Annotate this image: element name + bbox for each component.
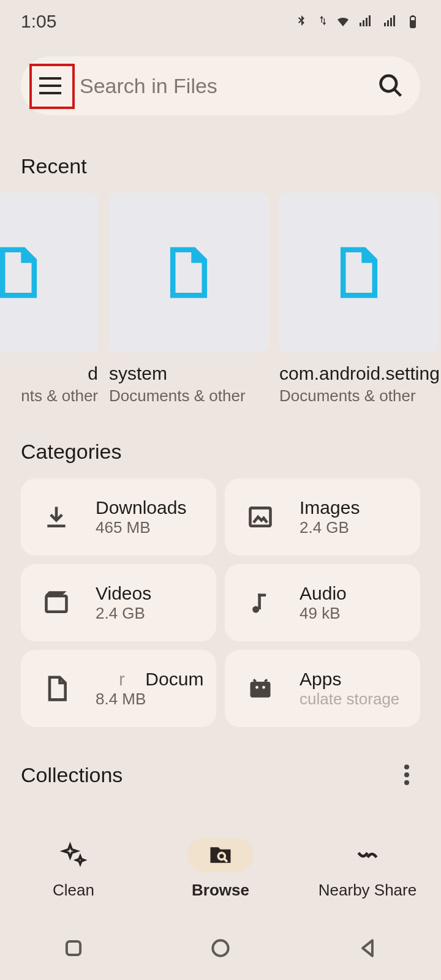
recent-sub: Documents & other bbox=[279, 386, 439, 405]
back-icon[interactable] bbox=[356, 937, 379, 960]
category-size: culate storage bbox=[300, 690, 399, 709]
svg-line-25 bbox=[265, 679, 267, 682]
svg-line-24 bbox=[254, 679, 256, 682]
svg-point-22 bbox=[255, 686, 258, 689]
category-name: Audio bbox=[300, 583, 347, 604]
hamburger-icon bbox=[38, 76, 62, 96]
category-size: 49 kB bbox=[300, 604, 347, 623]
home-icon[interactable] bbox=[209, 937, 232, 960]
download-icon bbox=[43, 503, 70, 530]
category-size: 465 MB bbox=[96, 518, 186, 537]
file-icon bbox=[167, 246, 210, 299]
svg-rect-20 bbox=[258, 594, 266, 597]
menu-button[interactable] bbox=[28, 64, 72, 108]
status-time: 1:05 bbox=[21, 11, 56, 32]
svg-rect-31 bbox=[67, 941, 80, 955]
search-icon[interactable] bbox=[377, 72, 404, 99]
more-button[interactable] bbox=[393, 761, 420, 788]
recent-item[interactable]: com.android.settings Documents & other bbox=[279, 193, 439, 405]
recent-thumb bbox=[109, 193, 268, 352]
svg-point-26 bbox=[404, 764, 409, 769]
recent-item[interactable]: system Documents & other bbox=[109, 193, 268, 405]
file-icon bbox=[337, 246, 380, 299]
categories-grid: Downloads 465 MB Images 2.4 GB Videos 2.… bbox=[21, 478, 420, 727]
svg-point-14 bbox=[381, 76, 397, 92]
status-bar: 1:05 bbox=[0, 0, 441, 43]
bottom-nav: Clean Browse Nearby Share bbox=[0, 821, 441, 916]
nearby-icon bbox=[354, 842, 381, 869]
recent-thumb bbox=[279, 193, 439, 352]
recent-name: d bbox=[0, 363, 98, 384]
search-bar[interactable]: Search in Files bbox=[21, 56, 420, 115]
bluetooth-icon bbox=[294, 14, 309, 29]
svg-line-15 bbox=[394, 89, 401, 96]
video-icon bbox=[43, 589, 70, 616]
svg-point-23 bbox=[262, 686, 265, 689]
category-videos[interactable]: Videos 2.4 GB bbox=[21, 564, 216, 641]
svg-point-28 bbox=[404, 780, 409, 785]
category-name: Apps bbox=[300, 669, 399, 690]
recent-name: system bbox=[109, 363, 268, 384]
nav-nearby[interactable]: Nearby Share bbox=[294, 821, 441, 916]
category-downloads[interactable]: Downloads 465 MB bbox=[21, 478, 216, 556]
nav-clean[interactable]: Clean bbox=[0, 821, 147, 916]
image-icon bbox=[247, 503, 274, 530]
signal2-icon bbox=[381, 14, 399, 29]
signal-icon bbox=[356, 14, 375, 29]
category-size: 8.4 MB bbox=[96, 690, 203, 709]
svg-rect-2 bbox=[366, 18, 368, 26]
recent-sub: nts & other bbox=[0, 386, 98, 405]
document-icon bbox=[43, 675, 70, 702]
svg-rect-4 bbox=[384, 23, 386, 26]
svg-rect-16 bbox=[251, 508, 271, 526]
file-icon bbox=[0, 246, 40, 299]
wifi-icon bbox=[336, 14, 350, 29]
svg-rect-5 bbox=[387, 20, 389, 26]
nav-browse[interactable]: Browse bbox=[147, 821, 294, 916]
category-name: Videos bbox=[96, 583, 151, 604]
battery-icon bbox=[405, 14, 420, 29]
category-images[interactable]: Images 2.4 GB bbox=[225, 478, 420, 556]
nav-label: Nearby Share bbox=[318, 881, 417, 900]
search-placeholder: Search in Files bbox=[80, 74, 377, 98]
system-nav bbox=[0, 916, 441, 980]
svg-rect-1 bbox=[363, 20, 364, 26]
category-name: Images bbox=[300, 497, 360, 518]
status-icons bbox=[294, 14, 420, 29]
folder-search-icon bbox=[207, 842, 234, 869]
collections-title: Collections bbox=[21, 763, 123, 787]
svg-rect-10 bbox=[412, 15, 414, 17]
svg-rect-3 bbox=[369, 15, 371, 26]
recent-thumb bbox=[0, 193, 98, 352]
recent-title: Recent bbox=[21, 154, 420, 178]
svg-point-27 bbox=[404, 772, 409, 777]
nav-label: Browse bbox=[192, 881, 249, 900]
svg-rect-7 bbox=[393, 15, 395, 26]
svg-rect-0 bbox=[360, 23, 361, 26]
more-vert-icon bbox=[393, 761, 420, 788]
svg-rect-17 bbox=[47, 596, 67, 612]
category-audio[interactable]: Audio 49 kB bbox=[225, 564, 420, 641]
nav-label: Clean bbox=[53, 881, 94, 900]
svg-rect-6 bbox=[390, 18, 392, 26]
svg-rect-9 bbox=[411, 20, 415, 27]
svg-point-32 bbox=[213, 940, 228, 956]
data-icon bbox=[315, 14, 330, 29]
apps-icon bbox=[247, 675, 274, 702]
audio-icon bbox=[247, 589, 274, 616]
recent-carousel[interactable]: d nts & other system Documents & other c… bbox=[0, 193, 441, 405]
recents-icon[interactable] bbox=[62, 937, 85, 960]
category-apps[interactable]: Apps culate storage bbox=[225, 650, 420, 727]
category-size: 2.4 GB bbox=[96, 604, 151, 623]
categories-title: Categories bbox=[21, 440, 420, 464]
sparkle-icon bbox=[60, 842, 87, 869]
category-documents[interactable]: r Docum 8.4 MB bbox=[21, 650, 216, 727]
recent-item[interactable]: d nts & other bbox=[0, 193, 98, 405]
collections-header: Collections bbox=[21, 761, 420, 788]
category-name: Downloads bbox=[96, 497, 186, 518]
category-name: r Docum bbox=[96, 669, 203, 690]
category-size: 2.4 GB bbox=[300, 518, 360, 537]
recent-name: com.android.settings bbox=[279, 363, 439, 384]
svg-rect-21 bbox=[251, 682, 271, 698]
recent-sub: Documents & other bbox=[109, 386, 268, 405]
